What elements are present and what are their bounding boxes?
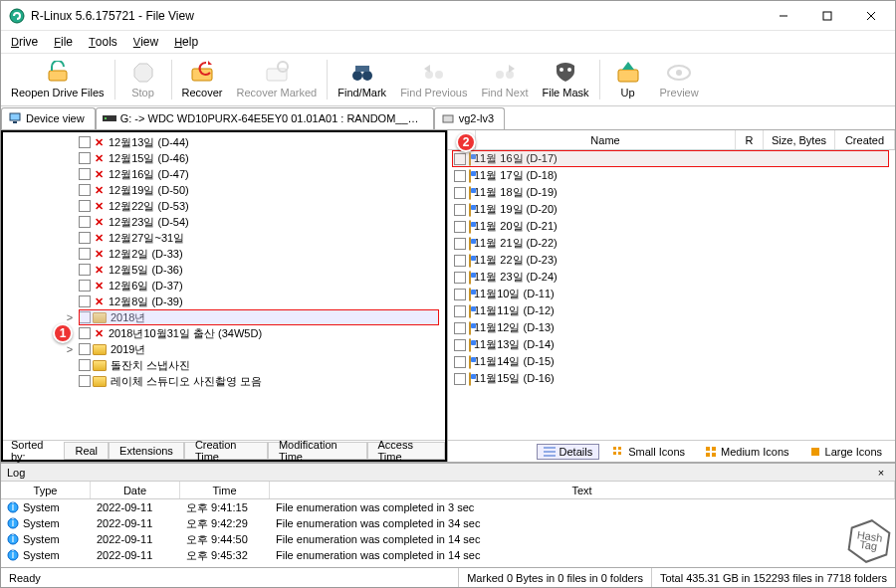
list-item[interactable]: 11월12일 (D-13) [448,319,895,336]
checkbox[interactable] [454,356,466,368]
list-item[interactable]: 11월 17일 (D-18) [448,167,895,184]
list-item[interactable]: 11월 16일 (D-17) [448,150,895,167]
list-item[interactable]: 11월14일 (D-15) [448,353,895,370]
checkbox[interactable] [79,327,91,339]
log-close-button[interactable]: × [873,467,889,479]
col-size[interactable]: Size, Bytes [764,130,835,149]
view-details[interactable]: Details [537,444,600,460]
list-item[interactable]: 11월11일 (D-12) [448,302,895,319]
sort-extensions[interactable]: Extensions [109,442,184,460]
log-row[interactable]: iSystem2022-09-11오후 9:44:50File enumerat… [1,531,895,547]
tree-item[interactable]: >2019년 [3,341,445,357]
minimize-button[interactable] [762,2,805,30]
list-item[interactable]: 11월 21일 (D-22) [448,235,895,252]
checkbox[interactable] [79,343,91,355]
reopen-drive-files-button[interactable]: Reopen Drive Files [5,55,111,104]
up-button[interactable]: Up [604,55,652,104]
checkbox[interactable] [79,216,91,228]
checkbox[interactable] [79,152,91,164]
checkbox[interactable] [79,248,91,260]
checkbox[interactable] [454,305,466,317]
menu-file[interactable]: File [48,33,79,51]
tree-item[interactable]: ✕12월15일 (D-46) [3,150,445,166]
checkbox[interactable] [79,280,91,292]
list-item[interactable]: 11월10일 (D-11) [448,286,895,302]
tab-drive[interactable]: G: -> WDC WD10PURX-64E5EY0 01.01A01 : RA… [96,107,434,129]
expander-icon[interactable]: > [65,343,75,355]
menu-drive[interactable]: Drive [5,33,44,51]
checkbox[interactable] [454,255,466,267]
tree-item[interactable]: ✕12월27일~31일 [3,230,445,246]
menu-tools[interactable]: Tools [83,33,123,51]
checkbox[interactable] [454,187,466,199]
checkbox[interactable] [79,184,91,196]
checkbox[interactable] [454,170,466,182]
log-col-date[interactable]: Date [91,482,180,498]
tree-item[interactable]: ✕12월6일 (D-37) [3,278,445,294]
log-col-text[interactable]: Text [270,482,895,498]
tree-item[interactable]: ✕12월13일 (D-44) [3,134,445,150]
log-row[interactable]: iSystem2022-09-11오후 9:41:15File enumerat… [1,499,895,515]
checkbox[interactable] [454,339,466,351]
checkbox[interactable] [454,238,466,250]
recover-button[interactable]: Recover [176,55,229,104]
checkbox[interactable] [79,295,91,307]
tree-item[interactable]: ✕12월2일 (D-33) [3,246,445,262]
file-list[interactable]: 11월 16일 (D-17)11월 17일 (D-18)11월 18일 (D-1… [448,150,895,440]
log-col-type[interactable]: Type [1,482,91,498]
checkbox[interactable] [79,232,91,244]
tab-device-view[interactable]: Device view [1,107,96,129]
sort-creation[interactable]: Creation Time [184,442,268,460]
col-created[interactable]: Created [835,130,895,149]
list-item[interactable]: 11월 20일 (D-21) [448,218,895,235]
checkbox[interactable] [454,272,466,284]
checkbox[interactable] [454,322,466,334]
list-item[interactable]: 11월 23일 (D-24) [448,269,895,286]
checkbox[interactable] [79,375,91,387]
checkbox[interactable] [79,168,91,180]
sort-modification[interactable]: Modification Time [268,442,367,460]
tree-item[interactable]: >2018년 [3,309,445,325]
menu-help[interactable]: Help [168,33,204,51]
list-item[interactable]: 11월15일 (D-16) [448,370,895,387]
list-item[interactable]: 11월 19일 (D-20) [448,201,895,218]
view-small-icons[interactable]: Small Icons [605,444,692,460]
checkbox[interactable] [454,289,466,300]
log-row[interactable]: iSystem2022-09-11오후 9:45:32File enumerat… [1,547,895,563]
tree-item[interactable]: 레이체 스튜디오 사진촬영 모음 [3,373,445,389]
list-item[interactable]: 11월13일 (D-14) [448,336,895,353]
list-item[interactable]: 11월 22일 (D-23) [448,252,895,269]
log-col-time[interactable]: Time [180,482,270,498]
sort-access[interactable]: Access Time [367,442,446,460]
checkbox[interactable] [79,136,91,148]
tree-item[interactable]: 돌잔치 스냅사진 [3,357,445,373]
checkbox[interactable] [79,264,91,276]
col-r[interactable]: R [736,130,764,149]
view-large-icons[interactable]: Large Icons [802,444,889,460]
checkbox[interactable] [79,359,91,371]
log-row[interactable]: iSystem2022-09-11오후 9:42:29File enumerat… [1,515,895,531]
checkbox[interactable] [79,200,91,212]
tree-item[interactable]: ✕12월23일 (D-54) [3,214,445,230]
menu-view[interactable]: View [127,33,164,51]
tree-item[interactable]: ✕12월16일 (D-47) [3,166,445,182]
checkbox[interactable] [454,221,466,233]
maximize-button[interactable] [805,2,849,30]
col-name[interactable]: Name [476,130,736,149]
tree-item[interactable]: ✕12월19일 (D-50) [3,182,445,198]
checkbox[interactable] [454,204,466,216]
tree-item[interactable]: ✕12월22일 (D-53) [3,198,445,214]
list-item[interactable]: 11월 18일 (D-19) [448,184,895,201]
checkbox[interactable] [79,311,91,323]
log-rows[interactable]: iSystem2022-09-11오후 9:41:15File enumerat… [1,499,895,567]
checkbox[interactable] [454,373,466,385]
file-mask-button[interactable]: File Mask [536,55,594,104]
sort-real[interactable]: Real [64,442,109,460]
find-mark-button[interactable]: Find/Mark [332,55,392,104]
tree-item[interactable]: ✕12월5일 (D-36) [3,262,445,278]
tab-vg[interactable]: vg2-lv3 [434,107,505,129]
tree-item[interactable]: ✕12월8일 (D-39) [3,294,445,309]
expander-icon[interactable]: > [65,311,75,323]
checkbox[interactable] [454,153,466,165]
folder-tree[interactable]: ✕12월13일 (D-44)✕12월15일 (D-46)✕12월16일 (D-4… [3,132,445,440]
